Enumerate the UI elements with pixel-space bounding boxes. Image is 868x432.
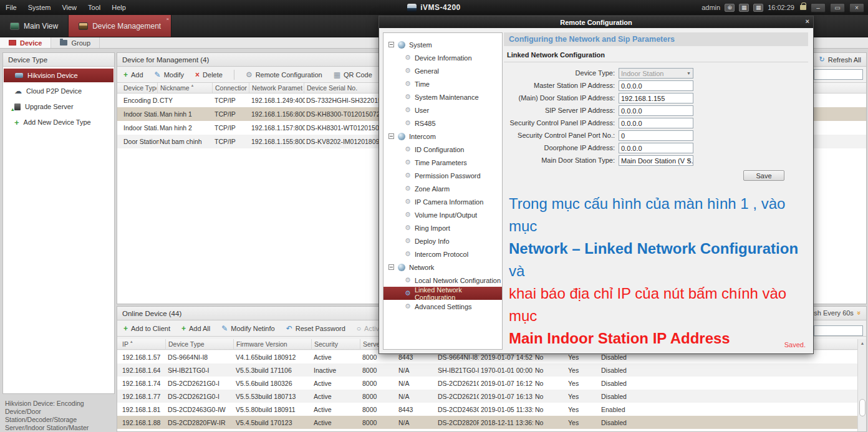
column-header-ip[interactable]: IP▴ <box>120 339 163 349</box>
online-filter-input[interactable] <box>814 325 863 336</box>
select-main-door-station-type[interactable]: Main Door Station (V S...▼ <box>619 155 693 166</box>
table-cell: DS-2CD2463G0-... <box>438 403 479 416</box>
gear-icon: ⚙ <box>405 290 411 297</box>
form-label: (Main) Door Station IP Address: <box>504 94 615 102</box>
minimize-button[interactable]: – <box>811 3 826 12</box>
device-management-icon <box>79 22 88 30</box>
tree-item-local-network-configuration[interactable]: ⚙Local Network Configuration <box>383 274 502 287</box>
tree-group-network[interactable]: Network <box>383 261 502 274</box>
globe-icon[interactable]: ⊕ <box>725 4 735 12</box>
table-row[interactable]: 192.168.1.74DS-2CD2621G0-IV5.5.6build 18… <box>117 377 866 390</box>
tree-item-time[interactable]: ⚙Time <box>383 77 502 90</box>
table-cell: 8000 <box>362 377 397 390</box>
column-header-firmware-version[interactable]: Firmware Version <box>233 339 309 349</box>
column-header-device-type[interactable]: Device Type <box>165 339 231 349</box>
input-master-station-ip-address[interactable]: 0.0.0.0 <box>619 80 693 91</box>
table-row[interactable]: 192.168.1.88DS-2CD2820FW-IRV5.4.5build 1… <box>117 416 866 429</box>
tree-item-advanced-settings[interactable]: ⚙Advanced Settings <box>383 300 502 313</box>
toolbar-button-remote-configuration[interactable]: ⚙Remote Configuration <box>246 71 322 79</box>
refresh-all-button[interactable]: ↻ Refresh All <box>819 55 861 64</box>
tab-device-management[interactable]: Device Management × <box>69 15 171 37</box>
sidebar-item-hikvision-device[interactable]: Hikvision Device <box>4 69 113 82</box>
input-main-door-station-ip-address[interactable]: 192.168.1.155 <box>619 93 693 103</box>
menu-help[interactable]: Help <box>106 4 132 11</box>
tree-item-linked-network-configuration[interactable]: ⚙Linked Network Configuration <box>383 287 502 300</box>
scroll-up-icon[interactable]: ▲ <box>859 340 866 347</box>
lock-icon[interactable] <box>800 5 806 10</box>
input-security-control-panel-port-no[interactable]: 0 <box>619 130 693 141</box>
tree-item-label: Zone Alarm <box>415 185 450 193</box>
tree-item-id-configuration[interactable]: ⚙ID Configuration <box>383 143 502 156</box>
tab-main-view[interactable]: Main View <box>0 15 69 37</box>
sidebar-item-upgrade-server[interactable]: Upgrade Server <box>3 100 114 113</box>
scrollbar-thumb[interactable] <box>859 399 866 416</box>
collapse-icon[interactable] <box>388 264 394 270</box>
toolbar-button-modify[interactable]: ✎Modify <box>155 71 184 79</box>
close-button[interactable]: × <box>849 3 864 12</box>
tree-item-intercom-protocol[interactable]: ⚙Intercom Protocol <box>383 247 502 261</box>
menu-view[interactable]: View <box>56 4 82 11</box>
chevron-double-down-icon[interactable]: » <box>856 311 863 315</box>
menu-file[interactable]: File <box>0 4 22 11</box>
tree-group-intercom[interactable]: Intercom <box>383 130 502 143</box>
input-doorphone-ip-address[interactable]: 0.0.0.0 <box>619 143 693 153</box>
table-cell: Man hinh 2 <box>160 121 213 135</box>
tree-item-deploy-info[interactable]: ⚙Deploy Info <box>383 234 502 247</box>
table-row[interactable]: 192.168.1.64SH-IB21TG0-IV5.5.3build 1711… <box>117 363 866 377</box>
tree-item-volume-input-output[interactable]: ⚙Volume Input/Output <box>383 208 502 221</box>
device-type-list: Hikvision Device☁Cloud P2P DeviceUpgrade… <box>3 67 114 393</box>
tree-group-system[interactable]: System <box>383 38 502 51</box>
menu-tool[interactable]: Tool <box>82 4 106 11</box>
tab-group[interactable]: Group <box>51 37 100 48</box>
input-sip-server-ip-address[interactable]: 0.0.0.0 <box>619 105 693 116</box>
column-header-network-parameters[interactable]: Network Parameters <box>249 83 302 93</box>
tree-item-general[interactable]: ⚙General <box>383 64 502 77</box>
collapse-icon[interactable] <box>388 42 394 47</box>
gear-icon: ⚙ <box>405 54 411 61</box>
table-cell: Disabled <box>601 416 676 429</box>
tab-close-icon[interactable]: × <box>166 16 170 22</box>
annotation-line-1: Trong mục cấu hình của màn hình 1 , vào … <box>509 193 809 238</box>
cpu-status-icon[interactable]: ▦ <box>739 4 749 12</box>
configuration-tree: System⚙Device Information⚙General⚙Time⚙S… <box>383 32 503 350</box>
column-header-nickname[interactable]: Nickname▴ <box>157 83 210 93</box>
tree-item-system-maintenance[interactable]: ⚙System Maintenance <box>383 90 502 103</box>
tab-device[interactable]: Device <box>0 37 51 48</box>
menu-system[interactable]: System <box>22 4 57 11</box>
toolbar-button-add-all[interactable]: +Add All <box>181 325 210 332</box>
column-header-security[interactable]: Security <box>311 339 358 349</box>
calendar-icon[interactable]: ▦ <box>753 4 763 12</box>
table-cell: SH-IB21TG0-I <box>168 363 234 377</box>
table-row[interactable]: 192.168.1.81DS-2CD2463G0-IWV5.5.80build … <box>117 403 866 416</box>
tree-item-ip-camera-information[interactable]: ⚙IP Camera Information <box>383 195 502 208</box>
tree-item-rs485[interactable]: ⚙RS485 <box>383 117 502 130</box>
column-header-device-type[interactable]: Device Type <box>121 83 157 93</box>
input-security-control-panel-ip-address[interactable]: 0.0.0.0 <box>619 118 693 128</box>
tree-item-label: Local Network Configuration <box>415 277 501 284</box>
toolbar-button-qr-code[interactable]: ▦QR Code <box>334 71 372 79</box>
toolbar-button-add[interactable]: +Add <box>123 71 143 79</box>
column-header-connection-[interactable]: Connection ... <box>212 83 247 93</box>
tree-item-ring-import[interactable]: ⚙Ring Import <box>383 221 502 234</box>
toolbar-button-modify-netinfo[interactable]: ✎Modify Netinfo <box>221 325 274 332</box>
sidebar-item-cloud-p2p-device[interactable]: ☁Cloud P2P Device <box>3 84 114 98</box>
toolbar-button-delete[interactable]: ×Delete <box>195 71 223 79</box>
tree-item-user[interactable]: ⚙User <box>383 103 502 117</box>
tree-item-time-parameters[interactable]: ⚙Time Parameters <box>383 156 502 169</box>
restore-button[interactable]: ▭ <box>830 3 845 12</box>
toolbar-button-label: Add to Client <box>131 325 170 332</box>
save-button[interactable]: Save <box>743 170 784 181</box>
tree-item-permission-password[interactable]: ⚙Permission Password <box>383 169 502 182</box>
toolbar-button-add-to-client[interactable]: +Add to Client <box>123 325 170 332</box>
tree-item-device-information[interactable]: ⚙Device Information <box>383 51 502 64</box>
gear-icon: ⚙ <box>405 303 411 310</box>
toolbar-button-reset-password[interactable]: ↶Reset Password <box>286 325 345 332</box>
sidebar-item-add-new-device-type[interactable]: +Add New Device Type <box>3 115 114 129</box>
online-scrollbar[interactable]: ▲ <box>857 339 866 431</box>
tree-item-zone-alarm[interactable]: ⚙Zone Alarm <box>383 182 502 195</box>
bulb-icon: ○ <box>357 325 361 332</box>
table-cell: N/A <box>398 416 436 429</box>
collapse-icon[interactable] <box>388 133 394 139</box>
table-row[interactable]: 192.168.1.77DS-2CD2621G0-IV5.5.53build 1… <box>117 390 866 403</box>
management-filter-input[interactable] <box>814 69 863 80</box>
